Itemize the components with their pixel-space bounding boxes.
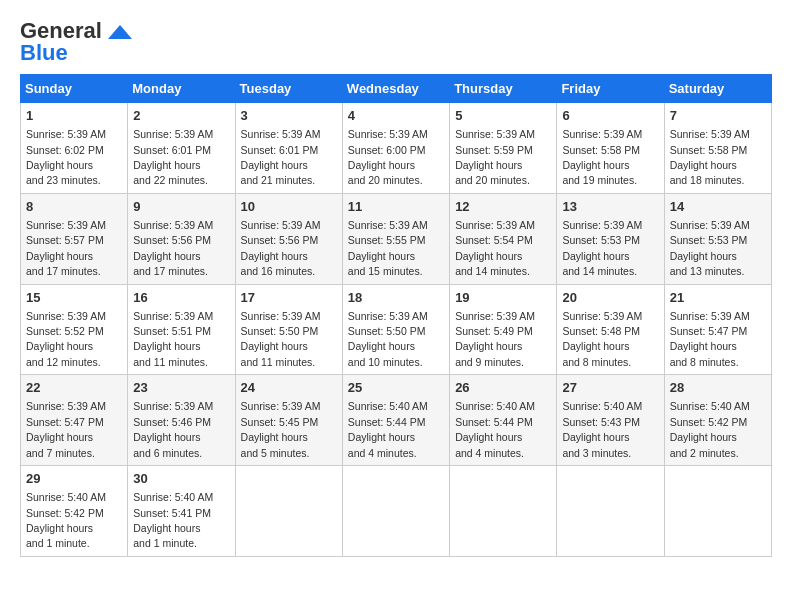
day-info: Sunrise: 5:40 AMSunset: 5:44 PMDaylight …	[455, 400, 535, 458]
weekday-friday: Friday	[557, 75, 664, 103]
day-info: Sunrise: 5:39 AMSunset: 5:54 PMDaylight …	[455, 219, 535, 277]
day-number: 6	[562, 107, 658, 125]
day-info: Sunrise: 5:39 AMSunset: 5:56 PMDaylight …	[133, 219, 213, 277]
day-number: 30	[133, 470, 229, 488]
calendar-cell: 9 Sunrise: 5:39 AMSunset: 5:56 PMDayligh…	[128, 193, 235, 284]
calendar-cell: 29 Sunrise: 5:40 AMSunset: 5:42 PMDaylig…	[21, 466, 128, 557]
calendar-cell	[557, 466, 664, 557]
day-info: Sunrise: 5:39 AMSunset: 5:53 PMDaylight …	[670, 219, 750, 277]
day-number: 23	[133, 379, 229, 397]
day-number: 14	[670, 198, 766, 216]
weekday-thursday: Thursday	[450, 75, 557, 103]
calendar-cell: 19 Sunrise: 5:39 AMSunset: 5:49 PMDaylig…	[450, 284, 557, 375]
day-number: 11	[348, 198, 444, 216]
day-info: Sunrise: 5:39 AMSunset: 5:58 PMDaylight …	[670, 128, 750, 186]
day-info: Sunrise: 5:39 AMSunset: 5:50 PMDaylight …	[348, 310, 428, 368]
calendar-cell	[235, 466, 342, 557]
day-number: 15	[26, 289, 122, 307]
day-info: Sunrise: 5:39 AMSunset: 5:46 PMDaylight …	[133, 400, 213, 458]
day-number: 17	[241, 289, 337, 307]
day-info: Sunrise: 5:40 AMSunset: 5:41 PMDaylight …	[133, 491, 213, 549]
calendar-cell: 10 Sunrise: 5:39 AMSunset: 5:56 PMDaylig…	[235, 193, 342, 284]
day-number: 7	[670, 107, 766, 125]
weekday-tuesday: Tuesday	[235, 75, 342, 103]
day-number: 19	[455, 289, 551, 307]
day-info: Sunrise: 5:39 AMSunset: 5:49 PMDaylight …	[455, 310, 535, 368]
day-info: Sunrise: 5:39 AMSunset: 5:55 PMDaylight …	[348, 219, 428, 277]
calendar-cell	[664, 466, 771, 557]
day-number: 22	[26, 379, 122, 397]
calendar-week-3: 15 Sunrise: 5:39 AMSunset: 5:52 PMDaylig…	[21, 284, 772, 375]
day-info: Sunrise: 5:39 AMSunset: 6:00 PMDaylight …	[348, 128, 428, 186]
day-info: Sunrise: 5:39 AMSunset: 5:51 PMDaylight …	[133, 310, 213, 368]
day-info: Sunrise: 5:39 AMSunset: 5:53 PMDaylight …	[562, 219, 642, 277]
day-info: Sunrise: 5:40 AMSunset: 5:44 PMDaylight …	[348, 400, 428, 458]
day-number: 25	[348, 379, 444, 397]
day-info: Sunrise: 5:39 AMSunset: 5:58 PMDaylight …	[562, 128, 642, 186]
calendar-cell: 4 Sunrise: 5:39 AMSunset: 6:00 PMDayligh…	[342, 103, 449, 194]
day-info: Sunrise: 5:39 AMSunset: 6:01 PMDaylight …	[133, 128, 213, 186]
calendar-week-5: 29 Sunrise: 5:40 AMSunset: 5:42 PMDaylig…	[21, 466, 772, 557]
calendar-cell	[342, 466, 449, 557]
day-number: 5	[455, 107, 551, 125]
calendar-table: SundayMondayTuesdayWednesdayThursdayFrid…	[20, 74, 772, 557]
logo-text: General	[20, 20, 102, 42]
calendar-cell	[450, 466, 557, 557]
day-number: 12	[455, 198, 551, 216]
calendar-cell: 16 Sunrise: 5:39 AMSunset: 5:51 PMDaylig…	[128, 284, 235, 375]
day-info: Sunrise: 5:39 AMSunset: 5:45 PMDaylight …	[241, 400, 321, 458]
calendar-cell: 8 Sunrise: 5:39 AMSunset: 5:57 PMDayligh…	[21, 193, 128, 284]
calendar-week-2: 8 Sunrise: 5:39 AMSunset: 5:57 PMDayligh…	[21, 193, 772, 284]
calendar-cell: 22 Sunrise: 5:39 AMSunset: 5:47 PMDaylig…	[21, 375, 128, 466]
day-info: Sunrise: 5:39 AMSunset: 5:48 PMDaylight …	[562, 310, 642, 368]
day-number: 3	[241, 107, 337, 125]
calendar-cell: 26 Sunrise: 5:40 AMSunset: 5:44 PMDaylig…	[450, 375, 557, 466]
logo-icon	[104, 21, 134, 41]
day-number: 28	[670, 379, 766, 397]
day-info: Sunrise: 5:40 AMSunset: 5:42 PMDaylight …	[670, 400, 750, 458]
calendar-cell: 21 Sunrise: 5:39 AMSunset: 5:47 PMDaylig…	[664, 284, 771, 375]
calendar-body: 1 Sunrise: 5:39 AMSunset: 6:02 PMDayligh…	[21, 103, 772, 557]
calendar-cell: 25 Sunrise: 5:40 AMSunset: 5:44 PMDaylig…	[342, 375, 449, 466]
day-number: 9	[133, 198, 229, 216]
calendar-week-1: 1 Sunrise: 5:39 AMSunset: 6:02 PMDayligh…	[21, 103, 772, 194]
day-info: Sunrise: 5:40 AMSunset: 5:43 PMDaylight …	[562, 400, 642, 458]
day-number: 20	[562, 289, 658, 307]
day-number: 10	[241, 198, 337, 216]
calendar-cell: 3 Sunrise: 5:39 AMSunset: 6:01 PMDayligh…	[235, 103, 342, 194]
logo: General Blue	[20, 20, 134, 64]
weekday-monday: Monday	[128, 75, 235, 103]
logo-blue: Blue	[20, 42, 68, 64]
weekday-saturday: Saturday	[664, 75, 771, 103]
calendar-cell: 18 Sunrise: 5:39 AMSunset: 5:50 PMDaylig…	[342, 284, 449, 375]
weekday-wednesday: Wednesday	[342, 75, 449, 103]
day-number: 2	[133, 107, 229, 125]
day-number: 26	[455, 379, 551, 397]
day-number: 13	[562, 198, 658, 216]
svg-marker-0	[108, 25, 132, 39]
day-number: 29	[26, 470, 122, 488]
day-info: Sunrise: 5:39 AMSunset: 5:52 PMDaylight …	[26, 310, 106, 368]
day-info: Sunrise: 5:39 AMSunset: 5:47 PMDaylight …	[26, 400, 106, 458]
day-info: Sunrise: 5:39 AMSunset: 6:02 PMDaylight …	[26, 128, 106, 186]
calendar-week-4: 22 Sunrise: 5:39 AMSunset: 5:47 PMDaylig…	[21, 375, 772, 466]
calendar-cell: 28 Sunrise: 5:40 AMSunset: 5:42 PMDaylig…	[664, 375, 771, 466]
calendar-cell: 13 Sunrise: 5:39 AMSunset: 5:53 PMDaylig…	[557, 193, 664, 284]
day-number: 18	[348, 289, 444, 307]
weekday-header-row: SundayMondayTuesdayWednesdayThursdayFrid…	[21, 75, 772, 103]
day-info: Sunrise: 5:39 AMSunset: 5:56 PMDaylight …	[241, 219, 321, 277]
calendar-cell: 30 Sunrise: 5:40 AMSunset: 5:41 PMDaylig…	[128, 466, 235, 557]
calendar-cell: 12 Sunrise: 5:39 AMSunset: 5:54 PMDaylig…	[450, 193, 557, 284]
day-number: 16	[133, 289, 229, 307]
day-info: Sunrise: 5:40 AMSunset: 5:42 PMDaylight …	[26, 491, 106, 549]
calendar-cell: 23 Sunrise: 5:39 AMSunset: 5:46 PMDaylig…	[128, 375, 235, 466]
day-info: Sunrise: 5:39 AMSunset: 5:50 PMDaylight …	[241, 310, 321, 368]
day-number: 24	[241, 379, 337, 397]
day-number: 21	[670, 289, 766, 307]
day-number: 8	[26, 198, 122, 216]
calendar-cell: 20 Sunrise: 5:39 AMSunset: 5:48 PMDaylig…	[557, 284, 664, 375]
calendar-cell: 11 Sunrise: 5:39 AMSunset: 5:55 PMDaylig…	[342, 193, 449, 284]
calendar-cell: 14 Sunrise: 5:39 AMSunset: 5:53 PMDaylig…	[664, 193, 771, 284]
calendar-cell: 24 Sunrise: 5:39 AMSunset: 5:45 PMDaylig…	[235, 375, 342, 466]
calendar-cell: 6 Sunrise: 5:39 AMSunset: 5:58 PMDayligh…	[557, 103, 664, 194]
